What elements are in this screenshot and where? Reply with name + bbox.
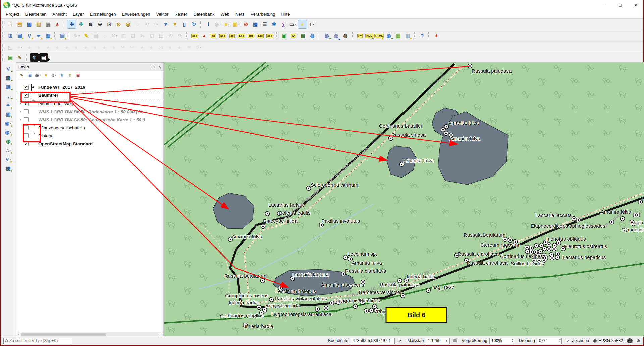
layer-checkbox[interactable]: [24, 117, 29, 122]
show-statistics-button[interactable]: ∑: [279, 20, 288, 28]
crs-globe-icon[interactable]: ◉: [593, 338, 597, 343]
new-spatial-bookmark-button[interactable]: ▼: [161, 20, 170, 28]
menu-ansicht[interactable]: Ansicht: [49, 11, 70, 18]
new-shapefile-layer-button[interactable]: V✶: [25, 31, 34, 40]
expander-icon[interactable]: ›: [20, 117, 24, 122]
layer-row-wms-lgrb-bw-gk50-geologische-k[interactable]: ›WMS LGRB-BW GK50: Geologische Karte 1 :…: [16, 116, 163, 124]
menu-netz[interactable]: Netz: [232, 11, 248, 18]
scale-combo[interactable]: 1:1250▼: [426, 338, 450, 344]
minimize-button[interactable]: −: [597, 0, 612, 10]
show-hide-labels-button[interactable]: abc: [237, 31, 246, 40]
scroll-right-icon[interactable]: ›: [158, 333, 163, 336]
extents-toggle-icon[interactable]: ✂: [399, 338, 403, 343]
layout-manager-button[interactable]: ▧: [44, 20, 52, 28]
lock-icon[interactable]: [453, 339, 457, 342]
rotation-spinbox[interactable]: 0,0 °▲▼: [537, 338, 562, 344]
import-photos-button[interactable]: ⇧: [30, 53, 39, 62]
new-mesh-layer-button[interactable]: ▦✶: [44, 31, 52, 40]
open-attribute-table-button[interactable]: ▦: [251, 20, 260, 28]
globe-plugin-button[interactable]: ◍+: [384, 31, 393, 40]
grid-plugin-button[interactable]: ▦✶: [403, 31, 412, 40]
menu-erweiterungen[interactable]: Erweiterungen: [119, 11, 153, 18]
layer-diagram-options-button[interactable]: ◕: [200, 31, 208, 40]
close-button[interactable]: ✕: [628, 0, 643, 10]
new-geopackage-layer-button[interactable]: ▣✶: [15, 31, 24, 40]
locator-input[interactable]: [9, 338, 71, 343]
kml-tools-button[interactable]: KML+: [365, 31, 374, 40]
data-source-manager-button[interactable]: ⊞: [6, 31, 15, 40]
pan-map-button[interactable]: ✚: [67, 20, 76, 28]
add-vector-layer-button[interactable]: V+: [4, 65, 13, 73]
show-spatial-bookmarks-button[interactable]: ▼: [171, 20, 179, 28]
change-label-properties-button[interactable]: abc: [265, 31, 274, 40]
expander-icon[interactable]: ›: [20, 109, 24, 114]
deselect-features-button[interactable]: ⊘: [241, 20, 250, 28]
highlight-pinned-labels-button[interactable]: abc: [218, 31, 227, 40]
layer-checkbox[interactable]: ✔: [24, 93, 29, 98]
select-features-by-value-button[interactable]: ▣▾: [232, 20, 241, 28]
layer-checkbox[interactable]: [24, 133, 29, 138]
save-project-button[interactable]: ▣: [25, 20, 34, 28]
maximize-button[interactable]: □: [612, 0, 628, 10]
toggle-editing-button[interactable]: ✎: [82, 31, 91, 40]
print-layout-button[interactable]: ▥: [34, 20, 43, 28]
coordinate-value[interactable]: 473592.5,5397497.1: [351, 338, 395, 344]
layer-row-pflanzengesellschaften[interactable]: Pflanzengesellschaften: [16, 124, 163, 132]
add-virtual-layer-button[interactable]: V✶▾: [4, 155, 13, 163]
search-layers-button[interactable]: ◍⊙: [332, 31, 340, 40]
open-layer-styling-button[interactable]: ✎: [18, 72, 25, 79]
menu-vektor[interactable]: Vektor: [153, 11, 171, 18]
style-manager-button[interactable]: a: [53, 20, 62, 28]
new-virtual-layer-button[interactable]: ▣✶: [58, 31, 67, 40]
add-table-button[interactable]: ▦+: [4, 164, 13, 172]
menu-web[interactable]: Web: [217, 11, 232, 18]
menu-einstellungen[interactable]: Einstellungen: [87, 11, 119, 18]
menu-layer[interactable]: Layer: [70, 11, 87, 18]
help-contents-button[interactable]: ?: [418, 31, 426, 40]
add-group-button[interactable]: ⊞: [26, 72, 34, 79]
layer-row-wms-lgrb-bw-bk50-bodenkarte-1-[interactable]: ›WMS LGRB-BW BK50: Bodenkarte 1 : 50 000…: [16, 108, 163, 116]
map-sketch-tool-button[interactable]: ✎: [15, 53, 24, 62]
magnifier-spinbox[interactable]: 100%▲▼: [489, 338, 514, 344]
osm-place-search-button[interactable]: ◍: [341, 31, 350, 40]
identify-features-button[interactable]: i: [204, 20, 213, 28]
layer-row-funde-wt-2017-2019[interactable]: ✔Funde WT_2017_2019: [16, 83, 163, 91]
html-image-map-button[interactable]: HTML✶: [374, 31, 384, 40]
menu-verarbeitung[interactable]: Verarbeitung: [248, 11, 278, 18]
zoom-in-button[interactable]: ⊕: [86, 20, 95, 28]
scrollbar-thumb[interactable]: [21, 333, 106, 336]
collapse-all-button[interactable]: ⇧: [66, 72, 74, 79]
python-console-button[interactable]: Py: [356, 31, 364, 40]
locator-search[interactable]: [3, 338, 72, 344]
add-delimited-text-layer-button[interactable]: ,+: [4, 92, 13, 100]
expand-all-button[interactable]: ⇩: [58, 72, 66, 79]
layer-checkbox[interactable]: [24, 109, 29, 114]
layer-checkbox[interactable]: ✔: [24, 141, 29, 146]
processing-toolbox-button[interactable]: ✱: [270, 20, 278, 28]
map-tips-button[interactable]: ●: [298, 20, 307, 28]
crs-value[interactable]: EPSG:25832: [598, 338, 623, 343]
refresh-map-button[interactable]: ↻: [190, 20, 198, 28]
layer-checkbox[interactable]: [24, 125, 29, 130]
open-project-button[interactable]: ▤: [15, 20, 24, 28]
new-project-button[interactable]: □: [6, 20, 15, 28]
zoom-to-layer-button[interactable]: ⊙: [114, 20, 123, 28]
id-editor-plugin-button[interactable]: iD: [289, 31, 298, 40]
filter-by-expression-button[interactable]: ε▾: [50, 72, 58, 79]
add-wfs-layer-button[interactable]: ◍+: [4, 137, 13, 145]
messages-icon[interactable]: ⋯: [627, 338, 633, 343]
menu-projekt[interactable]: Projekt: [3, 11, 22, 18]
menu-raster[interactable]: Raster: [171, 11, 190, 18]
zoom-out-button[interactable]: ⊖: [96, 20, 104, 28]
new-spatialite-layer-button[interactable]: ✒✶: [34, 31, 43, 40]
show-bookmark-manager-button[interactable]: ▯: [180, 20, 189, 28]
expander-icon[interactable]: ›: [20, 101, 24, 106]
move-label-diagram-button[interactable]: abc: [247, 31, 255, 40]
remove-layer-button[interactable]: ⊟: [74, 72, 82, 79]
zoom-to-selection-button[interactable]: ◎: [124, 20, 132, 28]
tasks-icon[interactable]: ✱: [637, 338, 641, 343]
field-calculator-button[interactable]: ☰: [260, 20, 269, 28]
db-manager-button[interactable]: ◍: [308, 31, 317, 40]
layer-checkbox[interactable]: ✔: [24, 101, 29, 106]
panel-float-icon[interactable]: ⊡: [151, 65, 155, 69]
